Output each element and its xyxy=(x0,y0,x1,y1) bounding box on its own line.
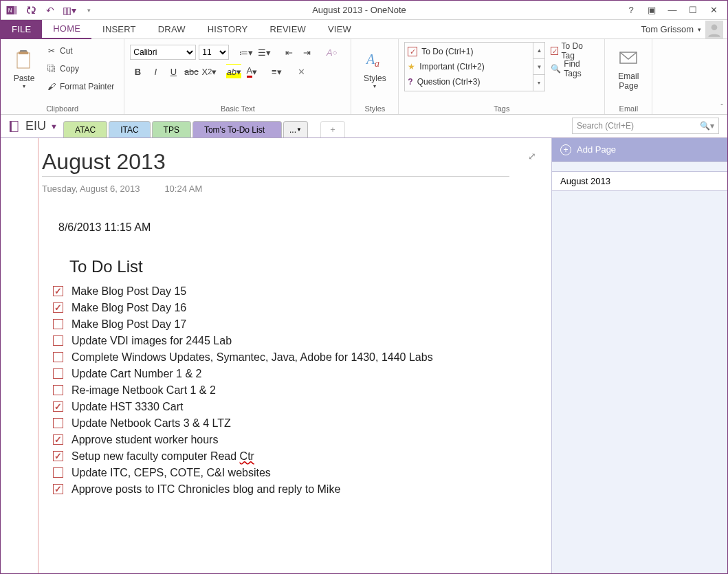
section-tab-todo[interactable]: Tom's To-Do List xyxy=(192,121,282,137)
tag-gallery[interactable]: ✓To Do (Ctrl+1) ★Important (Ctrl+2) ?Que… xyxy=(404,42,533,91)
tag-todo[interactable]: ✓To Do (Ctrl+1) xyxy=(408,44,530,59)
todo-text[interactable]: Setup new faculty computer Read Ctr xyxy=(71,448,254,465)
align-button[interactable]: ≡▾ xyxy=(269,64,284,79)
qat-sync-icon[interactable]: 🗘 xyxy=(24,3,38,17)
section-tab-tps[interactable]: TPS xyxy=(152,121,191,137)
todo-item[interactable]: Setup new faculty computer Read Ctr xyxy=(42,448,482,465)
todo-item[interactable]: Re-image Netbook Cart 1 & 2 xyxy=(42,382,482,399)
clear-formatting-button[interactable]: A◇ xyxy=(324,45,339,60)
indent-button[interactable]: ⇥ xyxy=(299,45,314,60)
section-tab-more[interactable]: ... ▼ xyxy=(283,121,308,137)
chevron-down-icon[interactable]: ▼ xyxy=(533,59,544,76)
page-title[interactable]: August 2013 xyxy=(1,149,551,175)
email-page-button[interactable]: Email Page xyxy=(610,42,646,96)
todo-item[interactable]: Update ITC, CEPS, COTE, C&I websites xyxy=(42,465,482,481)
todo-checkbox[interactable] xyxy=(53,368,63,379)
add-page-button[interactable]: + Add Page xyxy=(552,138,727,162)
bold-button[interactable]: B xyxy=(130,64,145,79)
search-input[interactable]: Search (Ctrl+E) 🔍▾ xyxy=(572,118,719,134)
todo-item[interactable]: Complete Windows Updates, Symantec, Java… xyxy=(42,349,482,366)
underline-button[interactable]: U xyxy=(166,64,181,79)
notebook-dropdown[interactable]: EIU ▼ xyxy=(1,119,63,137)
todo-item[interactable]: Update VDI images for 2445 Lab xyxy=(42,333,482,349)
todo-item[interactable]: Approve posts to ITC Chronicles blog and… xyxy=(42,481,482,498)
section-tab-atac[interactable]: ATAC xyxy=(63,121,107,137)
tab-file[interactable]: FILE xyxy=(1,20,42,39)
chevron-expand-icon[interactable]: ▾ xyxy=(533,75,544,91)
todo-text[interactable]: Update Netbook Carts 3 & 4 LTZ xyxy=(71,415,231,432)
todo-checkbox[interactable] xyxy=(53,401,63,412)
todo-item[interactable]: Update Cart Number 1 & 2 xyxy=(42,366,482,382)
maximize-icon[interactable]: ☐ xyxy=(685,5,701,15)
collapse-ribbon-icon[interactable]: ˆ xyxy=(720,103,723,111)
page-list-item[interactable]: August 2013 xyxy=(552,171,727,191)
page-time[interactable]: 10:24 AM xyxy=(164,184,202,194)
tag-question[interactable]: ?Question (Ctrl+3) xyxy=(408,74,530,89)
todo-text[interactable]: Update ITC, CEPS, COTE, C&I websites xyxy=(71,465,271,481)
todo-text[interactable]: Make Blog Post Day 15 xyxy=(71,283,186,300)
close-icon[interactable]: ✕ xyxy=(705,5,722,15)
todo-checkbox[interactable] xyxy=(53,302,63,313)
todo-text[interactable]: Approve posts to ITC Chronicles blog and… xyxy=(71,481,340,498)
todo-checkbox[interactable] xyxy=(53,352,63,362)
ribbon-display-icon[interactable]: ▣ xyxy=(643,5,660,15)
todo-checkbox[interactable] xyxy=(53,484,63,494)
page-canvas[interactable]: ⤢ August 2013 Tuesday, August 6, 2013 10… xyxy=(1,138,551,573)
subscript-button[interactable]: X2▾ xyxy=(201,64,217,79)
todo-checkbox[interactable] xyxy=(53,335,63,346)
todo-text[interactable]: Make Blog Post Day 16 xyxy=(71,300,186,316)
app-icon[interactable]: N xyxy=(5,3,19,17)
qat-undo-icon[interactable]: ↶ xyxy=(43,3,57,17)
note-timestamp[interactable]: 8/6/2013 11:15 AM xyxy=(42,221,482,234)
todo-tag-button[interactable]: ✓To Do Tag xyxy=(549,43,596,58)
help-icon[interactable]: ? xyxy=(623,5,639,15)
list-title[interactable]: To Do List xyxy=(42,257,482,276)
italic-button[interactable]: I xyxy=(148,64,163,79)
strike-button[interactable]: abc xyxy=(184,64,199,79)
tag-gallery-scroll[interactable]: ▲ ▼ ▾ xyxy=(533,42,545,91)
search-icon[interactable]: 🔍▾ xyxy=(700,121,714,131)
todo-checkbox[interactable] xyxy=(53,451,63,461)
todo-text[interactable]: Update Cart Number 1 & 2 xyxy=(71,366,201,382)
user-menu[interactable]: Tom Grissom ▾ xyxy=(641,21,727,38)
todo-text[interactable]: Approve student worker hours xyxy=(71,432,218,448)
todo-item[interactable]: Make Blog Post Day 17 xyxy=(42,316,482,333)
tab-review[interactable]: REVIEW xyxy=(258,20,316,39)
section-tab-itac[interactable]: ITAC xyxy=(109,121,150,137)
tab-view[interactable]: VIEW xyxy=(317,20,362,39)
copy-button[interactable]: ⿻Copy xyxy=(45,61,115,76)
todo-checkbox[interactable] xyxy=(53,385,63,395)
note-body[interactable]: 8/6/2013 11:15 AM To Do List Make Blog P… xyxy=(1,194,482,498)
highlight-button[interactable]: ab▾ xyxy=(226,64,241,79)
tab-history[interactable]: HISTORY xyxy=(197,20,259,39)
chevron-up-icon[interactable]: ▲ xyxy=(533,43,544,59)
todo-text[interactable]: Make Blog Post Day 17 xyxy=(71,316,186,333)
todo-item[interactable]: Make Blog Post Day 16 xyxy=(42,300,482,316)
todo-item[interactable]: Make Blog Post Day 15 xyxy=(42,283,482,300)
todo-checkbox[interactable] xyxy=(53,319,63,329)
tab-insert[interactable]: INSERT xyxy=(91,20,147,39)
tab-draw[interactable]: DRAW xyxy=(147,20,197,39)
todo-checkbox[interactable] xyxy=(53,467,63,478)
styles-button[interactable]: Aa Styles ▾ xyxy=(357,42,393,96)
todo-item[interactable]: Approve student worker hours xyxy=(42,432,482,448)
todo-text[interactable]: Update HST 3330 Cart xyxy=(71,399,183,415)
todo-checkbox[interactable] xyxy=(53,418,63,428)
delete-button[interactable]: ✕ xyxy=(294,64,309,79)
tag-important[interactable]: ★Important (Ctrl+2) xyxy=(408,59,530,74)
tab-home[interactable]: HOME xyxy=(42,20,91,39)
todo-item[interactable]: Update HST 3330 Cart xyxy=(42,399,482,415)
format-painter-button[interactable]: 🖌Format Painter xyxy=(45,79,115,94)
cut-button[interactable]: ✂Cut xyxy=(45,43,115,58)
todo-checkbox[interactable] xyxy=(53,286,63,296)
todo-text[interactable]: Complete Windows Updates, Symantec, Java… xyxy=(71,349,433,366)
font-name-select[interactable]: Calibri xyxy=(130,45,196,60)
add-section-button[interactable]: ＋ xyxy=(320,121,345,137)
qat-dock-icon[interactable]: ▥▾ xyxy=(63,3,76,17)
font-size-select[interactable]: 11 xyxy=(199,45,229,60)
todo-checkbox[interactable] xyxy=(53,434,63,445)
numbering-button[interactable]: ☰▾ xyxy=(256,45,272,60)
todo-text[interactable]: Re-image Netbook Cart 1 & 2 xyxy=(71,382,216,399)
font-color-button[interactable]: A▾ xyxy=(244,64,259,79)
expand-icon[interactable]: ⤢ xyxy=(528,151,536,162)
